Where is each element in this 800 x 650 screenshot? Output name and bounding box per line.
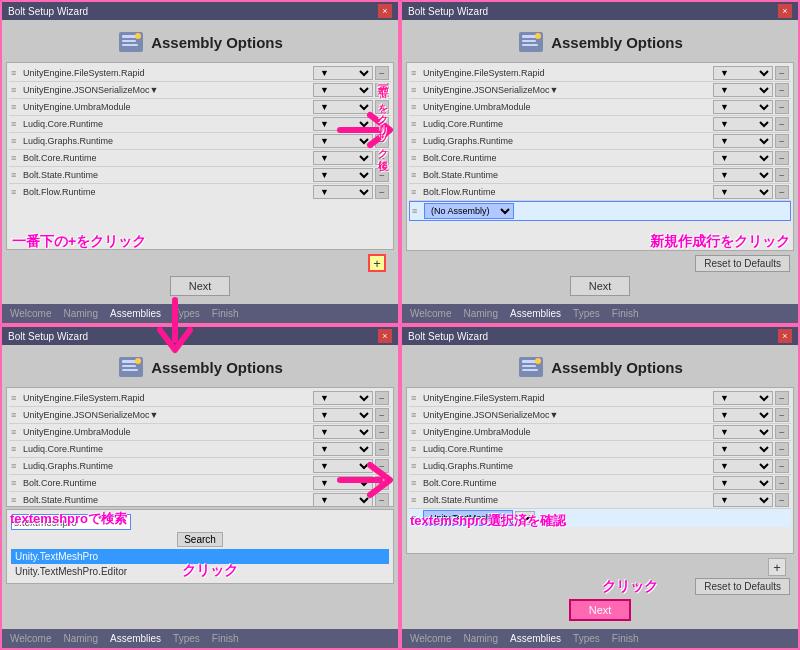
remove-tr-0[interactable]: − bbox=[775, 66, 789, 80]
remove-br-6[interactable]: − bbox=[775, 493, 789, 507]
row-br-3: ≡ Ludiq.Core.Runtime ▼ − bbox=[409, 441, 791, 458]
dropdown-br-1[interactable]: ▼ bbox=[713, 408, 773, 422]
remove-br-2[interactable]: − bbox=[775, 425, 789, 439]
reset-button-br[interactable]: Reset to Defaults bbox=[695, 578, 790, 595]
dropdown-br-4[interactable]: ▼ bbox=[713, 459, 773, 473]
dropdown-bl-3[interactable]: ▼ bbox=[313, 442, 373, 456]
row-tr-4: ≡ Ludiq.Graphs.Runtime ▼ − bbox=[409, 133, 791, 150]
dropdown-br-5[interactable]: ▼ bbox=[713, 476, 773, 490]
dropdown-tr-1[interactable]: ▼ bbox=[713, 83, 773, 97]
remove-br-4[interactable]: − bbox=[775, 459, 789, 473]
dropdown2-br-selected[interactable]: ▼ bbox=[515, 511, 535, 525]
remove-bl-5[interactable]: − bbox=[375, 476, 389, 490]
remove-tl-5[interactable]: − bbox=[375, 151, 389, 165]
dropdown-bl-1[interactable]: ▼ bbox=[313, 408, 373, 422]
remove-br-5[interactable]: − bbox=[775, 476, 789, 490]
svg-rect-18 bbox=[522, 369, 538, 371]
search-result-1-bl[interactable]: Unity.TextMeshPro.Editor bbox=[11, 564, 389, 579]
assembly-icon-bl bbox=[117, 353, 145, 381]
dropdown-tl-3[interactable]: ▼ bbox=[313, 117, 373, 131]
header-title-tr: Assembly Options bbox=[551, 34, 683, 51]
dropdown-tl-1[interactable]: ▼ bbox=[313, 83, 373, 97]
dropdown-tl-7[interactable]: ▼ bbox=[313, 185, 373, 199]
remove-tl-0[interactable]: − bbox=[375, 66, 389, 80]
remove-tl-7[interactable]: − bbox=[375, 185, 389, 199]
remove-bl-2[interactable]: − bbox=[375, 425, 389, 439]
remove-tl-3[interactable]: − bbox=[375, 117, 389, 131]
dropdown-tr-7[interactable]: ▼ bbox=[713, 185, 773, 199]
panel-top-right: Bolt Setup Wizard × Assembly Options ≡ U… bbox=[400, 0, 800, 325]
remove-tr-2[interactable]: − bbox=[775, 100, 789, 114]
dropdown-tl-2[interactable]: ▼ bbox=[313, 100, 373, 114]
remove-tr-6[interactable]: − bbox=[775, 168, 789, 182]
remove-tl-4[interactable]: − bbox=[375, 134, 389, 148]
dropdown-br-6[interactable]: ▼ bbox=[713, 493, 773, 507]
header-bottom-right: Assembly Options bbox=[406, 349, 794, 387]
drag-tr-6: ≡ bbox=[411, 170, 421, 180]
remove-bl-1[interactable]: − bbox=[375, 408, 389, 422]
close-button-br[interactable]: × bbox=[778, 329, 792, 343]
search-button-bl[interactable]: Search bbox=[177, 532, 223, 547]
step-naming-tr: Naming bbox=[464, 308, 498, 319]
dropdown-bl-2[interactable]: ▼ bbox=[313, 425, 373, 439]
dropdown-tl-4[interactable]: ▼ bbox=[313, 134, 373, 148]
drag-bl-1: ≡ bbox=[11, 410, 21, 420]
remove-bl-4[interactable]: − bbox=[375, 459, 389, 473]
dropdown-tr-0[interactable]: ▼ bbox=[713, 66, 773, 80]
name-br-0: UnityEngine.FileSystem.Rapid bbox=[423, 393, 711, 403]
close-button-tl[interactable]: × bbox=[378, 4, 392, 18]
dropdown-tr-5[interactable]: ▼ bbox=[713, 151, 773, 165]
dropdown-tl-5[interactable]: ▼ bbox=[313, 151, 373, 165]
remove-tr-4[interactable]: − bbox=[775, 134, 789, 148]
remove-bl-6[interactable]: − bbox=[375, 493, 389, 507]
dropdown-tl-6[interactable]: ▼ bbox=[313, 168, 373, 182]
remove-br-1[interactable]: − bbox=[775, 408, 789, 422]
remove-tr-3[interactable]: − bbox=[775, 117, 789, 131]
remove-tl-1[interactable]: − bbox=[375, 83, 389, 97]
remove-tr-7[interactable]: − bbox=[775, 185, 789, 199]
dropdown-tr-6[interactable]: ▼ bbox=[713, 168, 773, 182]
search-result-0-bl[interactable]: Unity.TextMeshPro bbox=[11, 549, 389, 564]
dropdown-bl-0[interactable]: ▼ bbox=[313, 391, 373, 405]
assembly-icon-tr bbox=[517, 28, 545, 56]
row-tr-new[interactable]: ≡ (No Assembly) bbox=[409, 201, 791, 221]
dropdown-tl-0[interactable]: ▼ bbox=[313, 66, 373, 80]
dropdown-bl-6[interactable]: ▼ bbox=[313, 493, 373, 507]
dropdown-br-selected[interactable]: Unity.TextMeshPro bbox=[423, 510, 513, 526]
remove-br-0[interactable]: − bbox=[775, 391, 789, 405]
dropdown-tr-3[interactable]: ▼ bbox=[713, 117, 773, 131]
dropdown-bl-4[interactable]: ▼ bbox=[313, 459, 373, 473]
drag-tl-5: ≡ bbox=[11, 153, 21, 163]
dropdown-tr-new[interactable]: (No Assembly) bbox=[424, 203, 514, 219]
dropdown-br-0[interactable]: ▼ bbox=[713, 391, 773, 405]
reset-button-tr[interactable]: Reset to Defaults bbox=[695, 255, 790, 272]
dropdown-bl-5[interactable]: ▼ bbox=[313, 476, 373, 490]
next-button-tl[interactable]: Next bbox=[170, 276, 231, 296]
dropdown-br-2[interactable]: ▼ bbox=[713, 425, 773, 439]
add-button-tl[interactable]: + bbox=[368, 254, 386, 272]
titlebar-title-tr: Bolt Setup Wizard bbox=[408, 6, 488, 17]
remove-tl-6[interactable]: − bbox=[375, 168, 389, 182]
dropdown-tr-2[interactable]: ▼ bbox=[713, 100, 773, 114]
add-button-br[interactable]: + bbox=[768, 558, 786, 576]
remove-tr-1[interactable]: − bbox=[775, 83, 789, 97]
footer-bl: Welcome Naming Assemblies Types Finish bbox=[2, 629, 398, 648]
dropdown-br-3[interactable]: ▼ bbox=[713, 442, 773, 456]
next-button-tr[interactable]: Next bbox=[570, 276, 631, 296]
header-title-tl: Assembly Options bbox=[151, 34, 283, 51]
name-bl-5: Bolt.Core.Runtime bbox=[23, 478, 311, 488]
name-br-5: Bolt.Core.Runtime bbox=[423, 478, 711, 488]
svg-point-14 bbox=[135, 358, 141, 364]
remove-tl-2[interactable]: − bbox=[375, 100, 389, 114]
dropdown-tr-4[interactable]: ▼ bbox=[713, 134, 773, 148]
close-button-tr[interactable]: × bbox=[778, 4, 792, 18]
remove-br-3[interactable]: − bbox=[775, 442, 789, 456]
remove-tr-5[interactable]: − bbox=[775, 151, 789, 165]
remove-bl-3[interactable]: − bbox=[375, 442, 389, 456]
name-br-6: Bolt.State.Runtime bbox=[423, 495, 711, 505]
close-button-bl[interactable]: × bbox=[378, 329, 392, 343]
step-types-br: Types bbox=[573, 633, 600, 644]
remove-bl-0[interactable]: − bbox=[375, 391, 389, 405]
search-input-bl[interactable] bbox=[11, 514, 131, 530]
next-button-br[interactable]: Next bbox=[569, 599, 632, 621]
